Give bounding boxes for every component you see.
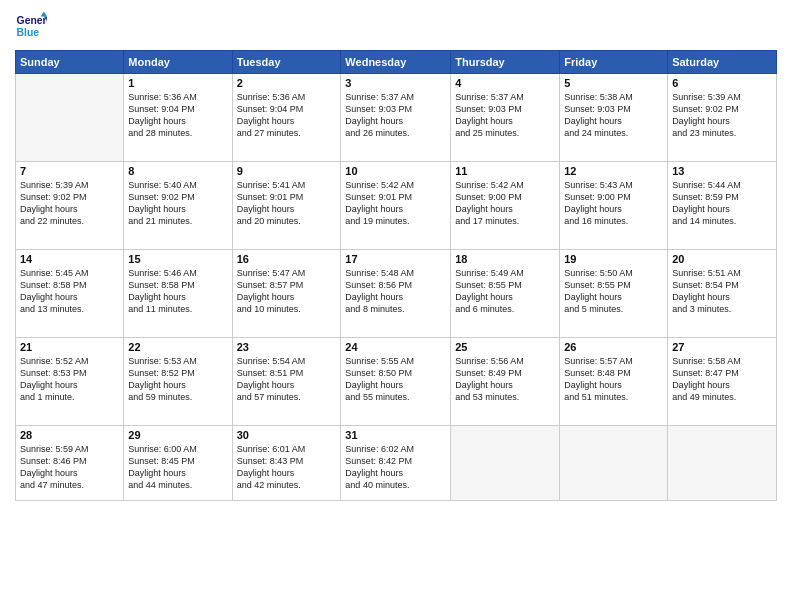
calendar-cell [16,74,124,162]
day-info: Sunrise: 5:58 AMSunset: 8:47 PMDaylight … [672,355,772,404]
logo: General Blue [15,10,47,42]
day-info: Sunrise: 5:37 AMSunset: 9:03 PMDaylight … [455,91,555,140]
day-number: 1 [128,77,227,89]
calendar-cell [451,426,560,501]
calendar-cell: 25Sunrise: 5:56 AMSunset: 8:49 PMDayligh… [451,338,560,426]
calendar-cell: 27Sunrise: 5:58 AMSunset: 8:47 PMDayligh… [668,338,777,426]
day-info: Sunrise: 5:50 AMSunset: 8:55 PMDaylight … [564,267,663,316]
calendar-cell: 4Sunrise: 5:37 AMSunset: 9:03 PMDaylight… [451,74,560,162]
day-info: Sunrise: 5:42 AMSunset: 9:00 PMDaylight … [455,179,555,228]
day-number: 9 [237,165,337,177]
calendar-cell: 26Sunrise: 5:57 AMSunset: 8:48 PMDayligh… [560,338,668,426]
calendar-header-saturday: Saturday [668,51,777,74]
day-info: Sunrise: 5:54 AMSunset: 8:51 PMDaylight … [237,355,337,404]
day-info: Sunrise: 5:59 AMSunset: 8:46 PMDaylight … [20,443,119,492]
day-number: 26 [564,341,663,353]
day-info: Sunrise: 5:43 AMSunset: 9:00 PMDaylight … [564,179,663,228]
calendar-cell: 13Sunrise: 5:44 AMSunset: 8:59 PMDayligh… [668,162,777,250]
svg-text:General: General [17,15,47,26]
day-number: 11 [455,165,555,177]
day-number: 20 [672,253,772,265]
day-number: 4 [455,77,555,89]
day-info: Sunrise: 5:41 AMSunset: 9:01 PMDaylight … [237,179,337,228]
calendar-cell: 17Sunrise: 5:48 AMSunset: 8:56 PMDayligh… [341,250,451,338]
day-info: Sunrise: 5:49 AMSunset: 8:55 PMDaylight … [455,267,555,316]
calendar-header-row: SundayMondayTuesdayWednesdayThursdayFrid… [16,51,777,74]
page: General Blue SundayMondayTuesdayWednesda… [0,0,792,612]
day-info: Sunrise: 5:46 AMSunset: 8:58 PMDaylight … [128,267,227,316]
day-info: Sunrise: 5:48 AMSunset: 8:56 PMDaylight … [345,267,446,316]
calendar-cell: 19Sunrise: 5:50 AMSunset: 8:55 PMDayligh… [560,250,668,338]
calendar-header-monday: Monday [124,51,232,74]
calendar-cell: 23Sunrise: 5:54 AMSunset: 8:51 PMDayligh… [232,338,341,426]
calendar-cell: 31Sunrise: 6:02 AMSunset: 8:42 PMDayligh… [341,426,451,501]
day-number: 15 [128,253,227,265]
day-number: 28 [20,429,119,441]
day-number: 6 [672,77,772,89]
day-info: Sunrise: 5:47 AMSunset: 8:57 PMDaylight … [237,267,337,316]
day-number: 10 [345,165,446,177]
day-info: Sunrise: 5:39 AMSunset: 9:02 PMDaylight … [20,179,119,228]
day-info: Sunrise: 6:00 AMSunset: 8:45 PMDaylight … [128,443,227,492]
calendar-cell: 1Sunrise: 5:36 AMSunset: 9:04 PMDaylight… [124,74,232,162]
day-info: Sunrise: 5:44 AMSunset: 8:59 PMDaylight … [672,179,772,228]
calendar-header-wednesday: Wednesday [341,51,451,74]
calendar-cell: 12Sunrise: 5:43 AMSunset: 9:00 PMDayligh… [560,162,668,250]
day-number: 24 [345,341,446,353]
calendar-cell: 28Sunrise: 5:59 AMSunset: 8:46 PMDayligh… [16,426,124,501]
day-info: Sunrise: 5:37 AMSunset: 9:03 PMDaylight … [345,91,446,140]
svg-marker-2 [41,12,47,17]
day-info: Sunrise: 5:56 AMSunset: 8:49 PMDaylight … [455,355,555,404]
calendar-cell: 9Sunrise: 5:41 AMSunset: 9:01 PMDaylight… [232,162,341,250]
day-number: 3 [345,77,446,89]
day-number: 30 [237,429,337,441]
calendar-cell: 21Sunrise: 5:52 AMSunset: 8:53 PMDayligh… [16,338,124,426]
day-number: 13 [672,165,772,177]
day-info: Sunrise: 5:36 AMSunset: 9:04 PMDaylight … [128,91,227,140]
calendar-cell: 15Sunrise: 5:46 AMSunset: 8:58 PMDayligh… [124,250,232,338]
day-info: Sunrise: 5:42 AMSunset: 9:01 PMDaylight … [345,179,446,228]
day-number: 14 [20,253,119,265]
calendar-header-sunday: Sunday [16,51,124,74]
calendar-cell: 22Sunrise: 5:53 AMSunset: 8:52 PMDayligh… [124,338,232,426]
calendar-cell: 29Sunrise: 6:00 AMSunset: 8:45 PMDayligh… [124,426,232,501]
calendar-cell: 6Sunrise: 5:39 AMSunset: 9:02 PMDaylight… [668,74,777,162]
day-info: Sunrise: 5:45 AMSunset: 8:58 PMDaylight … [20,267,119,316]
calendar-header-tuesday: Tuesday [232,51,341,74]
calendar-cell: 20Sunrise: 5:51 AMSunset: 8:54 PMDayligh… [668,250,777,338]
day-number: 7 [20,165,119,177]
calendar-cell: 24Sunrise: 5:55 AMSunset: 8:50 PMDayligh… [341,338,451,426]
calendar-cell: 30Sunrise: 6:01 AMSunset: 8:43 PMDayligh… [232,426,341,501]
day-number: 22 [128,341,227,353]
calendar-cell: 16Sunrise: 5:47 AMSunset: 8:57 PMDayligh… [232,250,341,338]
day-number: 8 [128,165,227,177]
calendar-cell: 2Sunrise: 5:36 AMSunset: 9:04 PMDaylight… [232,74,341,162]
calendar-cell: 10Sunrise: 5:42 AMSunset: 9:01 PMDayligh… [341,162,451,250]
day-info: Sunrise: 5:53 AMSunset: 8:52 PMDaylight … [128,355,227,404]
day-number: 27 [672,341,772,353]
day-number: 5 [564,77,663,89]
day-number: 31 [345,429,446,441]
day-info: Sunrise: 5:51 AMSunset: 8:54 PMDaylight … [672,267,772,316]
day-info: Sunrise: 5:57 AMSunset: 8:48 PMDaylight … [564,355,663,404]
day-info: Sunrise: 5:55 AMSunset: 8:50 PMDaylight … [345,355,446,404]
header: General Blue [15,10,777,42]
calendar-cell: 14Sunrise: 5:45 AMSunset: 8:58 PMDayligh… [16,250,124,338]
logo-icon: General Blue [15,10,47,42]
calendar-cell: 18Sunrise: 5:49 AMSunset: 8:55 PMDayligh… [451,250,560,338]
day-info: Sunrise: 5:36 AMSunset: 9:04 PMDaylight … [237,91,337,140]
calendar: SundayMondayTuesdayWednesdayThursdayFrid… [15,50,777,501]
day-number: 19 [564,253,663,265]
day-number: 2 [237,77,337,89]
svg-text:Blue: Blue [17,27,40,38]
day-number: 16 [237,253,337,265]
day-info: Sunrise: 6:01 AMSunset: 8:43 PMDaylight … [237,443,337,492]
calendar-header-friday: Friday [560,51,668,74]
day-number: 23 [237,341,337,353]
calendar-header-thursday: Thursday [451,51,560,74]
day-number: 29 [128,429,227,441]
day-info: Sunrise: 5:38 AMSunset: 9:03 PMDaylight … [564,91,663,140]
day-number: 17 [345,253,446,265]
day-info: Sunrise: 5:52 AMSunset: 8:53 PMDaylight … [20,355,119,404]
calendar-cell [668,426,777,501]
